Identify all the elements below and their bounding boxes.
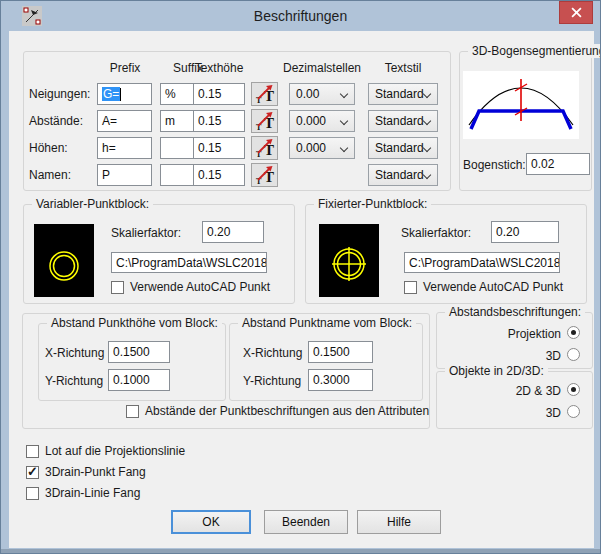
group-title: Fixierter-Punktblock: (314, 197, 431, 211)
chevron-down-icon (340, 90, 348, 98)
height-x-input[interactable]: 0.1500 (108, 341, 170, 363)
text-height-icon: TT (255, 138, 275, 158)
text-height-icon: TT (255, 84, 275, 104)
text-caret (120, 88, 121, 101)
textstyle-select-neigungen[interactable]: Standard (368, 83, 438, 105)
textstyle-button-hoehen[interactable]: TT (251, 136, 278, 160)
selected-text: G= (102, 87, 120, 101)
column-header-textstyle: Textstil (371, 61, 435, 75)
prefix-input-hoehen[interactable]: h= (97, 137, 152, 159)
textheight-input-namen[interactable]: 0.15 (193, 164, 245, 186)
text-height-icon: TT (255, 165, 275, 185)
checkbox-label: Verwende AutoCAD Punkt (423, 280, 563, 294)
crosshair-circle-icon (319, 224, 379, 297)
check-icon: ✓ (27, 464, 38, 479)
dialog-body: Prefix Suffix Texthöhe Dezimalstellen Te… (9, 31, 594, 548)
circle-symbol-icon (34, 224, 94, 297)
name-x-input[interactable]: 0.1500 (308, 341, 373, 363)
chevron-down-icon (423, 144, 431, 152)
bogenstich-input[interactable]: 0.02 (526, 153, 590, 175)
titlebar[interactable]: Beschriftungen (1, 1, 600, 31)
radio-label-projektion: Projektion (439, 327, 561, 341)
decimals-select-neigungen[interactable]: 0.00 (289, 83, 355, 105)
group-title: Abstand Punkthöhe vom Block: (47, 316, 222, 330)
checkbox-label: Lot auf die Projektionslinie (45, 444, 185, 458)
variable-block-preview (34, 224, 94, 297)
checkbox-box (111, 281, 124, 294)
ok-button[interactable]: OK (171, 510, 251, 534)
decimals-select-hoehen[interactable]: 0.000 (289, 137, 355, 159)
decimals-select-abstaende[interactable]: 0.000 (289, 110, 355, 132)
textstyle-value: Standard (375, 168, 424, 182)
textheight-input-neigungen[interactable]: 0.15 (193, 83, 245, 105)
decimals-value: 0.000 (296, 114, 326, 128)
checkbox-label: Verwende AutoCAD Punkt (130, 280, 270, 294)
attributes-offsets-checkbox[interactable]: Abstände der Punktbeschriftungen aus den… (126, 404, 429, 418)
arc-segment-graphic (463, 71, 579, 139)
textstyle-select-hoehen[interactable]: Standard (368, 137, 438, 159)
radio-2d-and-3d[interactable] (567, 383, 580, 396)
prefix-input-abstaende[interactable]: A= (97, 110, 152, 132)
x-direction-label: X-Richtung (45, 346, 104, 360)
textstyle-select-abstaende[interactable]: Standard (368, 110, 438, 132)
fixed-autocad-point-checkbox[interactable]: Verwende AutoCAD Punkt (404, 280, 563, 294)
group-title: Abstandsbeschriftungen: (445, 305, 585, 319)
name-y-input[interactable]: 0.3000 (308, 369, 373, 391)
height-y-input[interactable]: 0.1000 (108, 369, 170, 391)
textstyle-button-neigungen[interactable]: TT (251, 82, 278, 106)
textstyle-button-namen[interactable]: TT (251, 163, 278, 187)
radio-3d-objects[interactable] (567, 405, 580, 418)
checkbox-box (26, 487, 39, 500)
scale-label: Skalierfaktor: (111, 226, 181, 240)
scale-label: Skalierfaktor: (401, 226, 471, 240)
row-label-namen: Namen: (29, 168, 71, 182)
hilfe-button[interactable]: Hilfe (357, 510, 441, 534)
group-title: Variabler-Punktblock: (32, 197, 153, 211)
text-height-icon: TT (255, 111, 275, 131)
bogenstich-label: Bogenstich: (463, 158, 526, 172)
decimals-value: 0.00 (296, 87, 319, 101)
fixed-block-preview (319, 224, 379, 297)
3drain-punkt-fang-checkbox[interactable]: ✓ 3Drain-Punkt Fang (26, 465, 146, 479)
chevron-down-icon (423, 117, 431, 125)
variable-scale-input[interactable]: 0.20 (202, 221, 264, 243)
radio-3d-distance[interactable] (567, 348, 580, 361)
checkbox-label: 3Drain-Linie Fang (45, 486, 140, 500)
column-header-textheight: Texthöhe (189, 61, 249, 75)
chevron-down-icon (423, 90, 431, 98)
textheight-input-hoehen[interactable]: 0.15 (193, 137, 245, 159)
textstyle-value: Standard (375, 141, 424, 155)
fixed-scale-input[interactable]: 0.20 (491, 221, 559, 243)
beenden-button[interactable]: Beenden (264, 510, 348, 534)
checkbox-box (404, 281, 417, 294)
dialog-beschriftungen: Beschriftungen Prefix Suffix Texthöhe De… (0, 0, 601, 554)
textstyle-select-namen[interactable]: Standard (368, 164, 438, 186)
decimals-value: 0.000 (296, 141, 326, 155)
radio-label-3d-distance: 3D (439, 349, 561, 363)
window-title: Beschriftungen (1, 8, 600, 24)
variable-block-path[interactable]: C:\ProgramData\WSLC2018\Li (111, 252, 267, 273)
prefix-input-neigungen[interactable]: G= (97, 83, 152, 105)
fixed-block-path[interactable]: C:\ProgramData\WSLC2018\Li (404, 252, 560, 273)
prefix-input-namen[interactable]: P (97, 164, 152, 186)
objects-2d3d-group: Objekte in 2D/3D: (436, 371, 593, 429)
radio-projektion[interactable] (567, 326, 580, 339)
row-label-abstaende: Abstände: (29, 114, 83, 128)
textheight-input-abstaende[interactable]: 0.15 (193, 110, 245, 132)
radio-label-3d-objects: 3D (439, 406, 561, 420)
chevron-down-icon (340, 144, 348, 152)
chevron-down-icon (423, 171, 431, 179)
checkbox-box: ✓ (26, 466, 39, 479)
3drain-linie-fang-checkbox[interactable]: 3Drain-Linie Fang (26, 486, 140, 500)
lot-projektionslinie-checkbox[interactable]: Lot auf die Projektionslinie (26, 444, 185, 458)
y-direction-label: Y-Richtung (243, 374, 301, 388)
variable-autocad-point-checkbox[interactable]: Verwende AutoCAD Punkt (111, 280, 270, 294)
chevron-down-icon (340, 117, 348, 125)
x-direction-label: X-Richtung (243, 346, 302, 360)
column-header-prefix: Prefix (95, 61, 155, 75)
group-title: 3D-Bogensegmentierung (468, 44, 601, 58)
textstyle-button-abstaende[interactable]: TT (251, 109, 278, 133)
column-header-decimals: Dezimalstellen (280, 61, 364, 75)
textstyle-value: Standard (375, 87, 424, 101)
close-button[interactable] (559, 1, 593, 24)
